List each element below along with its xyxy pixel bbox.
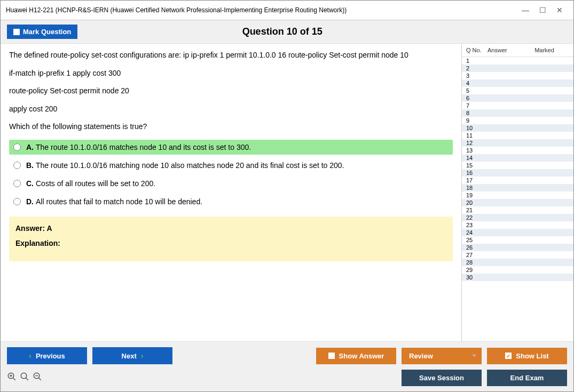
answer-label: Answer: A (15, 224, 446, 233)
option-row[interactable]: A. The route 10.1.0.0/16 matches node 10… (9, 140, 453, 155)
svg-line-5 (26, 378, 28, 380)
row-qno: 20 (466, 199, 487, 206)
option-text: The route 10.1.0.0/16 matching node 10 a… (36, 161, 344, 170)
row-qno: 9 (466, 117, 487, 124)
checkbox-icon (328, 353, 335, 359)
titlebar: Huawei H12-221 (HCNP-R&S-IERN (Huawei Ce… (1, 1, 573, 20)
svg-line-7 (38, 378, 41, 380)
question-list-row[interactable]: 15 (462, 162, 573, 169)
question-list-row[interactable]: 12 (462, 139, 573, 147)
zoom-in-icon[interactable] (7, 372, 17, 384)
row-qno: 11 (466, 132, 487, 139)
row-qno: 10 (466, 125, 487, 131)
option-text: Costs of all routes will be set to 200. (36, 179, 155, 188)
end-exam-button[interactable]: End Exam (487, 370, 567, 386)
question-list-row[interactable]: 14 (462, 154, 573, 162)
question-list-row[interactable]: 8 (462, 109, 573, 117)
footer-row-secondary: Save Session End Exam (7, 370, 567, 386)
question-list-row[interactable]: 4 (462, 79, 573, 87)
question-list[interactable]: 1234567891011121314151617181920212223242… (462, 57, 573, 341)
row-qno: 21 (466, 207, 487, 213)
question-list-row[interactable]: 19 (462, 191, 573, 199)
minimize-button[interactable]: — (517, 4, 534, 17)
zoom-out-icon[interactable] (33, 372, 42, 384)
chevron-left-icon: ‹ (29, 351, 32, 360)
option-letter: A. (26, 143, 34, 151)
row-qno: 7 (466, 102, 487, 109)
option-text: The route 10.1.0.0/16 matches node 10 an… (36, 143, 251, 151)
question-list-row[interactable]: 29 (462, 266, 573, 274)
checkbox-checked-icon: ✓ (505, 353, 512, 359)
maximize-button[interactable]: ☐ (534, 4, 551, 17)
row-qno: 4 (466, 80, 487, 86)
previous-button[interactable]: ‹ Previous (7, 347, 87, 364)
app-window: Huawei H12-221 (HCNP-R&S-IERN (Huawei Ce… (0, 0, 574, 392)
row-qno: 14 (466, 155, 487, 161)
question-panel: The defined route-policy set-cost config… (1, 44, 461, 341)
row-qno: 22 (466, 214, 487, 221)
question-list-row[interactable]: 17 (462, 177, 573, 184)
row-qno: 27 (466, 252, 487, 258)
row-qno: 8 (466, 110, 487, 116)
question-list-header: Q No. Answer Marked (462, 44, 573, 57)
option-letter: B. (26, 161, 34, 170)
row-qno: 19 (466, 192, 487, 198)
show-answer-button[interactable]: Show Answer (316, 348, 396, 364)
options-list: A. The route 10.1.0.0/16 matches node 10… (9, 140, 453, 209)
row-qno: 15 (466, 162, 487, 169)
show-list-button[interactable]: ✓ Show List (487, 348, 567, 364)
footer: ‹ Previous Next › Show Answer Review ✓ S… (1, 341, 573, 391)
checkbox-icon (13, 29, 20, 35)
question-list-row[interactable]: 30 (462, 274, 573, 281)
question-list-row[interactable]: 23 (462, 221, 573, 229)
question-list-row[interactable]: 16 (462, 169, 573, 177)
col-marked: Marked (520, 47, 569, 53)
row-qno: 30 (466, 274, 487, 281)
question-list-row[interactable]: 9 (462, 117, 573, 124)
option-row[interactable]: C. Costs of all routes will be set to 20… (9, 176, 453, 191)
option-row[interactable]: D. All routes that fail to match node 10… (9, 194, 453, 209)
row-qno: 26 (466, 244, 487, 251)
next-button[interactable]: Next › (92, 347, 172, 364)
question-list-row[interactable]: 13 (462, 147, 573, 154)
question-list-row[interactable]: 25 (462, 236, 573, 244)
question-list-row[interactable]: 27 (462, 251, 573, 259)
row-qno: 18 (466, 185, 487, 191)
answer-box: Answer: A Explanation: (9, 217, 453, 261)
explanation-label: Explanation: (15, 239, 446, 247)
question-list-row[interactable]: 2 (462, 65, 573, 72)
col-answer: Answer (487, 47, 520, 53)
zoom-reset-icon[interactable] (20, 372, 29, 384)
option-row[interactable]: B. The route 10.1.0.0/16 matching node 1… (9, 158, 453, 173)
option-text: All routes that fail to match node 10 wi… (36, 197, 202, 206)
save-session-button[interactable]: Save Session (402, 370, 482, 386)
question-list-row[interactable]: 24 (462, 229, 573, 236)
question-list-row[interactable]: 5 (462, 87, 573, 94)
option-letter: D. (26, 197, 34, 206)
mark-question-button[interactable]: Mark Question (7, 25, 77, 39)
question-list-row[interactable]: 1 (462, 57, 573, 65)
question-list-row[interactable]: 11 (462, 132, 573, 139)
question-list-row[interactable]: 21 (462, 206, 573, 214)
question-list-row[interactable]: 28 (462, 259, 573, 266)
question-list-row[interactable]: 10 (462, 124, 573, 132)
radio-icon (13, 162, 21, 169)
question-list-row[interactable]: 7 (462, 102, 573, 109)
question-list-row[interactable]: 18 (462, 184, 573, 191)
question-list-row[interactable]: 20 (462, 199, 573, 206)
question-list-panel: Q No. Answer Marked 12345678910111213141… (461, 44, 573, 341)
row-qno: 24 (466, 229, 487, 236)
question-list-row[interactable]: 26 (462, 244, 573, 251)
review-button[interactable]: Review (402, 348, 482, 364)
close-button[interactable]: ✕ (551, 4, 568, 17)
row-qno: 29 (466, 267, 487, 273)
row-qno: 28 (466, 259, 487, 266)
question-list-row[interactable]: 3 (462, 72, 573, 79)
zoom-controls (7, 372, 42, 384)
footer-row-main: ‹ Previous Next › Show Answer Review ✓ S… (7, 347, 567, 364)
row-qno: 16 (466, 170, 487, 176)
question-list-row[interactable]: 6 (462, 94, 573, 102)
question-list-row[interactable]: 22 (462, 214, 573, 221)
radio-icon (13, 198, 21, 205)
row-qno: 23 (466, 222, 487, 228)
